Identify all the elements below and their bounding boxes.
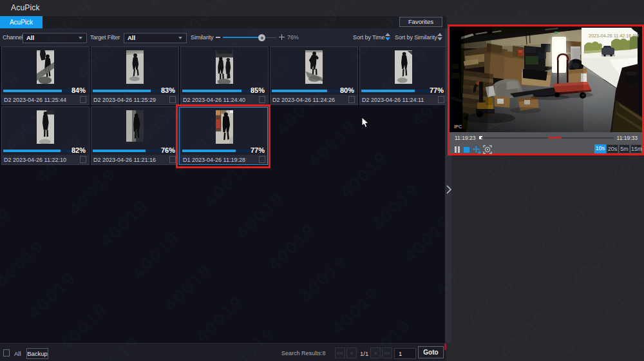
svg-text:IPC: IPC bbox=[454, 124, 462, 130]
svg-text:2023-04-26 11:42:16 AM: 2023-04-26 11:42:16 AM bbox=[589, 33, 639, 39]
